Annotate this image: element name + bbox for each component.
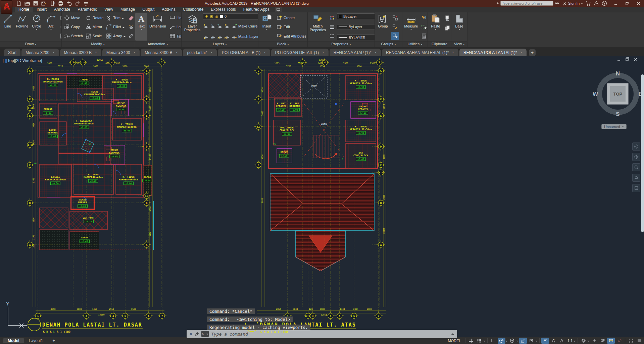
lineweight-icon[interactable] xyxy=(328,23,336,31)
fillet-caret-icon[interactable] xyxy=(122,27,125,29)
doc-tab-menara-3400-b[interactable]: Menara 3400-B✕ xyxy=(141,49,182,56)
copy-clip-button[interactable] xyxy=(443,24,451,32)
close-tab-icon[interactable]: ✕ xyxy=(322,51,325,54)
linear-button[interactable]: Linear xyxy=(168,13,181,22)
scale-caret-icon[interactable] xyxy=(574,341,576,343)
annotation-scale-icon[interactable] xyxy=(558,338,566,344)
ribbon-tab-insert[interactable]: Insert xyxy=(33,7,50,12)
rectangle-button[interactable] xyxy=(59,14,61,22)
viewcube-view-pill[interactable]: Unnamed xyxy=(601,124,627,129)
line-button[interactable]: Line xyxy=(1,13,14,41)
viewcube[interactable]: N S W E TOP xyxy=(592,66,644,122)
new-file-icon[interactable] xyxy=(16,1,21,6)
offset-button[interactable] xyxy=(127,32,134,40)
doc-tab-start[interactable]: Start xyxy=(4,49,20,56)
base-button[interactable]: Base xyxy=(453,13,466,41)
explode-button[interactable] xyxy=(127,22,134,31)
ribbon-tab-parametric[interactable]: Parametric xyxy=(74,7,101,12)
copy-button[interactable]: Copy xyxy=(63,22,84,31)
ucs-icon[interactable]: Y xyxy=(3,299,40,333)
new-drawing-tab-button[interactable]: + xyxy=(529,49,536,56)
measure-caret-icon[interactable] xyxy=(410,29,412,31)
close-tab-icon[interactable]: ✕ xyxy=(520,51,523,54)
viewport-restore-icon[interactable] xyxy=(625,57,629,61)
dimension-button[interactable]: Dimension xyxy=(148,13,167,41)
arc-caret-icon[interactable] xyxy=(50,29,52,31)
app-store-cart-icon[interactable] xyxy=(586,1,591,6)
measure-button[interactable]: Measure xyxy=(403,13,419,41)
object-snap-icon[interactable] xyxy=(528,338,535,344)
array-caret-icon[interactable] xyxy=(123,36,126,38)
viewport-controls[interactable]: [-][Top][2D Wireframe] xyxy=(3,58,42,63)
paste-button[interactable]: Paste xyxy=(429,13,442,41)
restore-button[interactable] xyxy=(621,0,633,7)
close-button[interactable] xyxy=(633,0,644,7)
save-as-icon[interactable] xyxy=(41,1,47,6)
close-tab-icon[interactable]: ✕ xyxy=(133,51,136,54)
ribbon-tab-manage[interactable]: Manage xyxy=(117,7,139,12)
panel-label-draw[interactable]: Draw▾ xyxy=(0,41,61,47)
close-tab-icon[interactable]: ✕ xyxy=(452,51,454,54)
panel-label-utilities[interactable]: Utilities▾ xyxy=(402,41,428,47)
search-expand-icon[interactable] xyxy=(497,2,499,5)
command-prompt-icon[interactable]: >_ xyxy=(201,331,209,337)
ribbon-tab-featured-apps[interactable]: Featured Apps xyxy=(240,7,273,12)
select-objects-button[interactable] xyxy=(420,23,428,31)
circle-caret-icon[interactable] xyxy=(36,29,38,31)
autodesk-apps-icon[interactable] xyxy=(594,1,599,6)
customize-status-icon[interactable] xyxy=(635,338,643,344)
viewcube-pill-caret-icon[interactable] xyxy=(622,126,624,128)
panel-label-annotation[interactable]: Annotation▾ xyxy=(134,41,181,47)
panel-label-clipboard[interactable]: Clipboard xyxy=(428,41,451,47)
doc-tab-rencana-bahan-material-1[interactable]: RENCANA BAHAN MATERIAL (1)*✕ xyxy=(382,49,458,56)
add-layout-tab[interactable]: + xyxy=(48,338,59,343)
autocad-logo-icon[interactable]: A xyxy=(1,0,12,14)
edit-attributes-button[interactable]: Edit Attributes xyxy=(275,32,307,40)
close-tab-icon[interactable]: ✕ xyxy=(374,51,377,54)
nav-showmotion-icon[interactable] xyxy=(632,184,640,192)
minimize-button[interactable] xyxy=(610,0,621,7)
linetype-icon[interactable] xyxy=(328,32,336,40)
sign-in-caret-icon[interactable] xyxy=(581,3,583,5)
ribbon-tab-home[interactable]: Home xyxy=(15,7,33,12)
leader-button[interactable]: Leader xyxy=(168,23,181,31)
quick-calc-button[interactable] xyxy=(420,32,428,40)
sign-in-button[interactable]: Sign In xyxy=(562,1,583,6)
panel-label-layers[interactable]: Layers▾ xyxy=(182,41,258,47)
paste-caret-icon[interactable] xyxy=(435,29,437,31)
polar-tracking-icon[interactable] xyxy=(498,338,505,344)
polyline-button[interactable]: Polyline xyxy=(15,13,29,41)
lineweight-select[interactable]: ByLayer xyxy=(337,24,375,30)
doc-tab-menara-3200-b[interactable]: Menara 3200-B✕ xyxy=(60,49,101,56)
layer-lock-icon[interactable] xyxy=(215,15,218,18)
isolate-objects-icon[interactable] xyxy=(599,338,606,344)
panel-label-properties[interactable]: Properties▾ xyxy=(308,41,375,47)
viewport-close-icon[interactable] xyxy=(634,57,638,61)
block-edit-button[interactable]: Edit xyxy=(275,23,307,31)
grid-display-icon[interactable] xyxy=(467,338,475,344)
arc-button[interactable]: Arc xyxy=(44,13,58,41)
model-tab[interactable]: Model xyxy=(3,338,24,343)
ribbon-tab-output[interactable]: Output xyxy=(139,7,158,12)
nav-pan-icon[interactable] xyxy=(632,153,640,161)
doc-tab-menara-3400[interactable]: Menara 3400✕ xyxy=(102,49,140,56)
ribbon-tab-add-ins[interactable]: Add-ins xyxy=(158,7,179,12)
viewcube-south[interactable]: S xyxy=(616,111,620,117)
doc-tab-potongan-detail-1[interactable]: POTONGAN DETAIL (1)✕ xyxy=(271,49,329,56)
command-customize-icon[interactable] xyxy=(195,332,199,336)
text-button[interactable]: A Text xyxy=(135,13,147,41)
nav-orbit-icon[interactable] xyxy=(632,174,640,182)
search-icon[interactable] xyxy=(554,1,560,6)
mirror-button[interactable]: Mirror xyxy=(84,22,105,31)
panel-label-view[interactable]: View▾ xyxy=(451,41,467,47)
layer-sun-icon[interactable] xyxy=(210,15,213,18)
annotation-autoscale-icon[interactable] xyxy=(550,338,557,344)
nav-zoom-icon[interactable] xyxy=(632,163,640,171)
search-input[interactable] xyxy=(500,1,553,6)
doc-tab-menara-3200[interactable]: Menara 3200✕ xyxy=(21,49,59,56)
open-file-icon[interactable] xyxy=(24,1,30,6)
panel-label-block[interactable]: Block▾ xyxy=(258,41,307,47)
annotation-scale-value[interactable]: 1:1 xyxy=(566,339,574,343)
save-icon[interactable] xyxy=(33,1,38,6)
scrollbar[interactable] xyxy=(641,74,644,232)
